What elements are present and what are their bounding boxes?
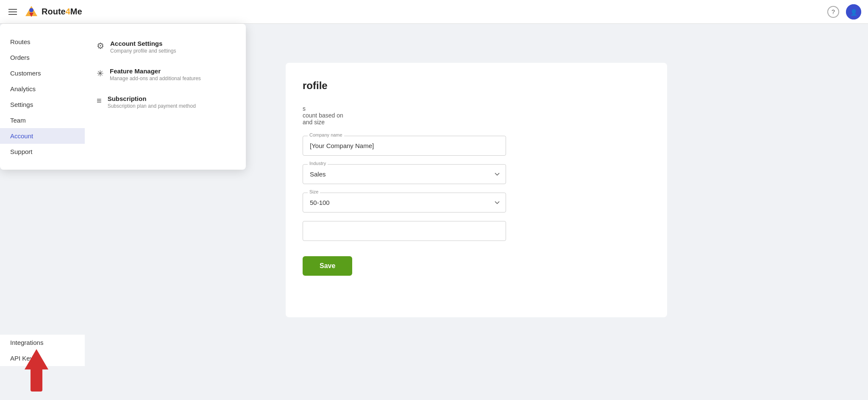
help-icon[interactable]: ? [827, 6, 839, 18]
sidebar-item-orders[interactable]: Orders [0, 50, 85, 65]
feature-manager-title: Feature Manager [110, 67, 201, 75]
page-section: rofile s count based on and size Company… [286, 63, 667, 317]
location-input[interactable] [303, 221, 506, 241]
submenu-panel: ⚙ Account Settings Company profile and s… [85, 31, 246, 163]
subscription-icon: ≡ [97, 96, 102, 106]
arrow-stem [31, 369, 42, 392]
size-label: Size [308, 189, 320, 194]
industry-label: Industry [308, 161, 328, 166]
topnav-right: ? 👤 [827, 4, 861, 20]
save-button[interactable]: Save [303, 256, 352, 276]
company-name-input[interactable] [303, 136, 506, 156]
sidebar-item-team[interactable]: Team [0, 112, 85, 128]
size-group: Size 1-10 11-50 50-100 100-500 500+ [303, 193, 506, 213]
sidebar-item-routes[interactable]: Routes [0, 34, 85, 50]
user-avatar[interactable]: 👤 [846, 4, 861, 20]
industry-select[interactable]: Sales Logistics Retail Healthcare Other [303, 164, 506, 184]
feature-icon: ✳ [97, 68, 104, 78]
sidebar-item-account[interactable]: Account [0, 128, 85, 144]
sidebar-item-support[interactable]: Support [0, 144, 85, 159]
feature-manager-subtitle: Manage add-ons and additional features [110, 76, 201, 81]
account-settings-title: Account Settings [110, 40, 176, 47]
subscription-title: Subscription [108, 95, 196, 102]
size-select[interactable]: 1-10 11-50 50-100 100-500 500+ [303, 193, 506, 213]
svg-point-1 [29, 8, 33, 12]
sidebar-item-customers[interactable]: Customers [0, 65, 85, 81]
dropdown-panel: Routes Orders Customers Analytics Settin… [0, 24, 246, 170]
sidebar-item-analytics[interactable]: Analytics [0, 81, 85, 97]
gear-icon: ⚙ [97, 41, 104, 51]
sidebar-nav: Routes Orders Customers Analytics Settin… [0, 31, 85, 163]
arrow-indicator [25, 349, 48, 392]
logo: Route4Me [24, 4, 82, 20]
svg-text:👤: 👤 [850, 9, 858, 16]
sidebar-item-integrations[interactable]: Integrations [0, 335, 85, 350]
arrow-head [25, 349, 48, 369]
submenu-item-feature-manager[interactable]: ✳ Feature Manager Manage add-ons and add… [92, 62, 239, 87]
sidebar-item-settings[interactable]: Settings [0, 97, 85, 112]
section-desc: s count based on and size [303, 105, 650, 126]
subscription-subtitle: Subscription plan and payment method [108, 103, 196, 109]
logo-text: Route4Me [42, 7, 82, 17]
hamburger-menu[interactable] [7, 7, 19, 17]
page-title: rofile [303, 80, 650, 92]
top-navbar: Route4Me ? 👤 [0, 0, 868, 24]
logo-icon [24, 4, 39, 20]
industry-group: Industry Sales Logistics Retail Healthca… [303, 164, 506, 184]
company-name-label: Company name [308, 132, 344, 137]
account-settings-subtitle: Company profile and settings [110, 48, 176, 54]
submenu-item-account-settings[interactable]: ⚙ Account Settings Company profile and s… [92, 34, 239, 60]
submenu-item-subscription[interactable]: ≡ Subscription Subscription plan and pay… [92, 89, 239, 115]
topnav-left: Route4Me [7, 4, 82, 20]
main-layout: Routes Orders Customers Analytics Settin… [0, 24, 868, 400]
company-name-group: Company name [303, 136, 506, 156]
